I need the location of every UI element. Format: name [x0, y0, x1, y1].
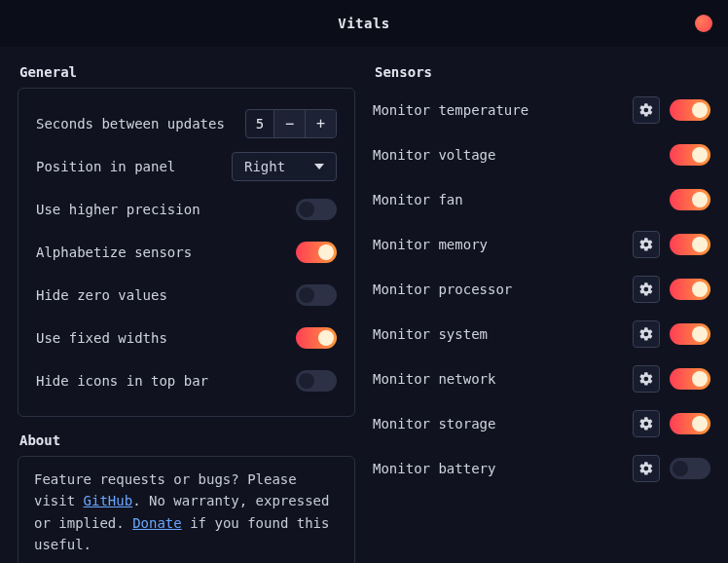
- hidezero-toggle[interactable]: [296, 284, 337, 306]
- github-link[interactable]: GitHub: [84, 493, 133, 508]
- sensor-label: Monitor battery: [373, 461, 495, 476]
- gear-icon: [638, 461, 654, 476]
- general-heading: General: [19, 64, 355, 80]
- precision-label: Use higher precision: [36, 202, 200, 217]
- titlebar: Vitals: [0, 0, 728, 47]
- position-in-panel-label: Position in panel: [36, 159, 175, 174]
- sensor-settings-button[interactable]: [633, 231, 660, 258]
- sensor-row: Monitor storage: [373, 401, 710, 446]
- sensor-row: Monitor processor: [373, 267, 710, 312]
- sensor-label: Monitor system: [373, 326, 488, 342]
- fixedwidth-toggle[interactable]: [296, 327, 337, 349]
- hidezero-label: Hide zero values: [36, 287, 167, 303]
- general-row-hideicons: Hide icons in top bar: [36, 359, 337, 402]
- gear-icon: [638, 371, 654, 387]
- sensor-toggle[interactable]: [670, 323, 710, 345]
- sensor-toggle[interactable]: [670, 189, 710, 210]
- gear-icon: [638, 416, 654, 432]
- general-row-precision: Use higher precision: [36, 188, 337, 231]
- sensor-label: Monitor temperature: [373, 102, 528, 118]
- sensor-row: Monitor voltage: [373, 132, 710, 177]
- general-row-alphabetize: Alphabetize sensors: [36, 231, 337, 274]
- sensors-heading: Sensors: [375, 64, 710, 80]
- hideicons-toggle[interactable]: [296, 370, 337, 392]
- sensor-settings-button[interactable]: [633, 96, 660, 124]
- seconds-between-updates-spin[interactable]: − +: [245, 109, 337, 138]
- general-row-fixedwidth: Use fixed widths: [36, 317, 337, 359]
- donate-link[interactable]: Donate: [132, 515, 182, 531]
- position-in-panel-value: Right: [244, 159, 285, 174]
- sensor-row: Monitor memory: [373, 222, 710, 267]
- sensor-row: Monitor temperature: [373, 88, 710, 132]
- chevron-down-icon: [314, 164, 324, 169]
- sensor-settings-button[interactable]: [633, 455, 660, 482]
- sensor-row: Monitor system: [373, 312, 710, 357]
- precision-toggle[interactable]: [296, 199, 337, 220]
- position-in-panel-select[interactable]: Right: [232, 152, 337, 181]
- seconds-decrement[interactable]: −: [273, 110, 305, 137]
- gear-icon: [638, 102, 654, 118]
- sensor-settings-button[interactable]: [633, 365, 660, 393]
- about-heading: About: [19, 432, 355, 448]
- sensor-toggle[interactable]: [670, 234, 710, 255]
- close-button[interactable]: [695, 15, 712, 32]
- alphabetize-label: Alphabetize sensors: [36, 244, 192, 260]
- sensor-toggle[interactable]: [670, 368, 710, 390]
- gear-icon: [638, 237, 654, 252]
- sensor-label: Monitor network: [373, 371, 495, 387]
- sensor-row: Monitor fan: [373, 177, 710, 222]
- sensor-row: Monitor network: [373, 357, 710, 401]
- sensor-label: Monitor fan: [373, 192, 463, 207]
- hideicons-label: Hide icons in top bar: [36, 373, 208, 389]
- general-row-hidezero: Hide zero values: [36, 274, 337, 317]
- sensor-settings-button[interactable]: [633, 320, 660, 348]
- sensor-toggle[interactable]: [670, 279, 710, 300]
- gear-icon: [638, 282, 654, 297]
- sensor-toggle[interactable]: [670, 413, 710, 434]
- window-title: Vitals: [338, 16, 390, 31]
- general-panel: Seconds between updates − + Position in …: [18, 88, 355, 417]
- seconds-input[interactable]: [246, 110, 273, 137]
- sensor-toggle[interactable]: [670, 99, 710, 121]
- sensor-toggle[interactable]: [670, 458, 710, 479]
- sensor-label: Monitor voltage: [373, 147, 495, 163]
- sensor-row: Monitor battery: [373, 446, 710, 491]
- sensor-label: Monitor storage: [373, 416, 495, 432]
- sensor-label: Monitor processor: [373, 282, 512, 297]
- sensor-settings-button[interactable]: [633, 410, 660, 437]
- seconds-between-updates-label: Seconds between updates: [36, 116, 225, 131]
- sensor-toggle[interactable]: [670, 144, 710, 166]
- alphabetize-toggle[interactable]: [296, 242, 337, 263]
- fixedwidth-label: Use fixed widths: [36, 330, 167, 346]
- sensor-settings-button[interactable]: [633, 276, 660, 303]
- gear-icon: [638, 326, 654, 342]
- sensor-label: Monitor memory: [373, 237, 488, 252]
- about-panel: Feature requests or bugs? Please visit G…: [18, 456, 355, 563]
- seconds-increment[interactable]: +: [305, 110, 336, 137]
